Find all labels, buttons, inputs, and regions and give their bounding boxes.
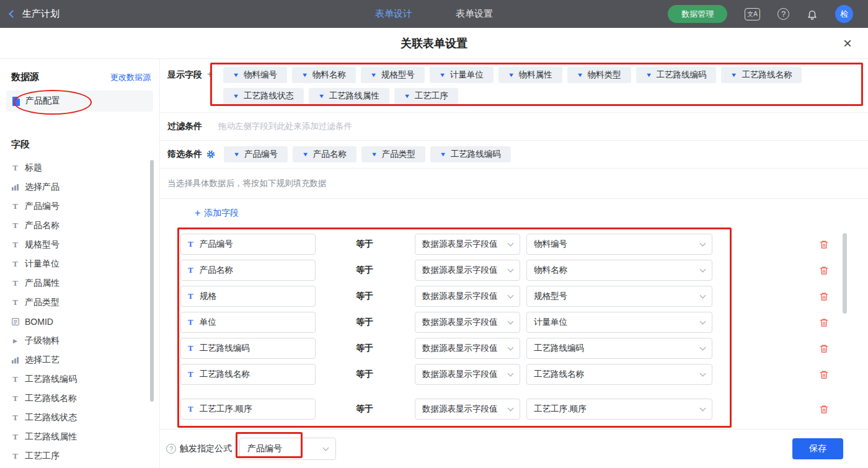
trash-icon[interactable] — [819, 265, 829, 276]
chevron-down-icon — [508, 344, 514, 350]
rule-target-select[interactable]: 工艺路线编码 — [526, 338, 712, 359]
tab-form-design[interactable]: 表单设计 — [375, 8, 412, 20]
rule-source-select[interactable]: 数据源表显示字段值 — [415, 234, 520, 255]
sidebar-field-item[interactable]: T 工艺工序 — [0, 446, 159, 466]
sidebar-field-item[interactable]: T 工艺路线编码 — [0, 369, 159, 389]
rule-field-input[interactable]: T 产品编号 — [180, 234, 316, 255]
avatar[interactable]: 检 — [835, 5, 853, 23]
sidebar-field-item[interactable]: ▶ 子级物料 — [0, 331, 159, 350]
display-field-tag[interactable]: ▼ 物料类型 — [567, 67, 631, 83]
display-field-tag[interactable]: ▼ 物料名称 — [292, 67, 356, 83]
fill-rules-hint: 当选择具体数据后，将按如下规则填充数据 — [167, 178, 327, 189]
screening-field-tag[interactable]: ▼ 工艺路线编码 — [430, 146, 511, 162]
rules-scrollbar[interactable] — [843, 233, 847, 314]
sidebar-field-item[interactable]: T 标题 — [0, 158, 159, 177]
add-display-field-button[interactable]: + — [207, 69, 213, 79]
chevron-down-icon: ▼ — [508, 72, 515, 78]
sidebar-field-label: 计量单位 — [25, 258, 60, 270]
rule-target-select[interactable]: 计量单位 — [526, 312, 712, 333]
screening-field-tag[interactable]: ▼ 产品名称 — [293, 146, 356, 162]
sidebar-field-item[interactable]: BOMID — [0, 312, 159, 331]
footer: ? 触发指定公式 产品编号 保存 — [160, 429, 868, 468]
display-field-tag[interactable]: ▼ 物料编号 — [223, 67, 287, 83]
filter-drop-placeholder[interactable]: 拖动左侧字段到此处来添加过滤条件 — [218, 121, 352, 132]
sidebar-field-item[interactable]: T 产品属性 — [0, 273, 159, 293]
chevron-down-icon: ▼ — [439, 72, 446, 78]
text-field-icon: T — [11, 394, 19, 404]
sidebar-field-item[interactable]: T 工艺路线状态 — [0, 408, 159, 427]
screening-field-tag[interactable]: ▼ 产品类型 — [361, 146, 425, 162]
trash-icon[interactable] — [819, 239, 829, 250]
add-field-button[interactable]: + 添加字段 — [195, 208, 239, 219]
rule-target-select[interactable]: 规格型号 — [526, 286, 712, 307]
tab-form-settings[interactable]: 表单设置 — [456, 8, 493, 20]
display-field-tag[interactable]: ▼ 工艺工序 — [394, 88, 458, 104]
chevron-down-icon: ▼ — [645, 72, 652, 78]
sidebar-field-item[interactable]: T 产品类型 — [0, 293, 159, 312]
save-button[interactable]: 保存 — [792, 438, 843, 459]
sidebar-field-item[interactable]: T 工艺路线属性 — [0, 427, 159, 446]
rule-target-select[interactable]: 物料编号 — [526, 234, 712, 255]
chevron-down-icon: ▼ — [318, 93, 325, 99]
rule-field-input[interactable]: T 工艺路线编码 — [180, 338, 316, 359]
text-field-icon: T — [11, 374, 19, 384]
display-field-tag[interactable]: ▼ 工艺路线属性 — [309, 88, 389, 104]
sidebar-field-item[interactable]: T 规格型号 — [0, 235, 159, 254]
screening-field-tag[interactable]: ▼ 产品编号 — [224, 146, 288, 162]
display-field-tag[interactable]: ▼ 规格型号 — [361, 67, 425, 83]
notifications-bell-icon[interactable] — [807, 9, 818, 20]
screening-conditions-section: 筛选条件 ▼ 产品编号 ▼ 产品名称 ▼ 产品类型 ▼ 工艺路线编码 — [160, 141, 868, 169]
rule-source-select[interactable]: 数据源表显示字段值 — [415, 260, 520, 281]
rule-field-input[interactable]: T 工艺路线名称 — [180, 364, 316, 385]
sidebar-field-label: 标题 — [25, 162, 42, 174]
rule-field-input[interactable]: T 规格 — [180, 286, 316, 307]
sidebar-field-item[interactable]: T 产品编号 — [0, 196, 159, 216]
help-icon[interactable]: ? — [777, 8, 789, 20]
trash-icon[interactable] — [819, 317, 829, 328]
sidebar-scrollbar[interactable] — [150, 160, 154, 402]
sidebar-field-item[interactable]: T 工艺路线名称 — [0, 389, 159, 408]
trash-icon[interactable] — [819, 343, 829, 354]
chevron-down-icon: ▼ — [232, 93, 239, 99]
chevron-down-icon — [700, 266, 706, 272]
translate-icon[interactable]: 文A — [745, 8, 760, 20]
select-field-icon — [11, 183, 19, 191]
rule-field-label: 产品名称 — [200, 265, 233, 276]
rule-target-select[interactable]: 工艺工序.顺序 — [526, 399, 712, 420]
back-button[interactable]: 生产计划 — [10, 8, 60, 20]
text-field-icon: T — [188, 317, 193, 327]
rule-field-input[interactable]: T 单位 — [180, 312, 316, 333]
sidebar-field-item[interactable]: 选择工艺 — [0, 350, 159, 369]
rule-field-input[interactable]: T 工艺工序.顺序 — [180, 399, 316, 420]
chevron-down-icon — [323, 444, 329, 451]
rule-field-input[interactable]: T 产品名称 — [180, 260, 316, 281]
display-field-tag[interactable]: ▼ 工艺路线编码 — [636, 67, 717, 83]
rule-target-select[interactable]: 物料名称 — [526, 260, 712, 281]
rule-target-select[interactable]: 工艺路线名称 — [526, 364, 712, 385]
gear-icon[interactable] — [206, 150, 215, 159]
sidebar-field-item[interactable]: T 计量单位 — [0, 254, 159, 273]
sidebar-field-item[interactable]: 选择产品 — [0, 177, 159, 196]
sidebar-field-item[interactable]: T 产品名称 — [0, 216, 159, 235]
rule-source-select[interactable]: 数据源表显示字段值 — [415, 399, 520, 420]
datasource-item-product-config[interactable]: 产品配置 — [6, 91, 153, 112]
sidebar-field-label: 产品属性 — [25, 278, 60, 289]
display-field-tag[interactable]: ▼ 物料属性 — [498, 67, 562, 83]
change-datasource-link[interactable]: 更改数据源 — [110, 72, 151, 83]
rule-row: T 工艺路线名称 等于 数据源表显示字段值 工艺路线名称 — [180, 364, 868, 385]
rule-source-select[interactable]: 数据源表显示字段值 — [415, 312, 520, 333]
display-field-tag[interactable]: ▼ 计量单位 — [430, 67, 494, 83]
display-field-tag[interactable]: ▼ 工艺路线状态 — [223, 88, 304, 104]
fill-rules-section: + 添加字段 T 产品编号 等于 数据源表显示字段值 物料编号 T 产品名称 等… — [160, 199, 868, 429]
rule-source-select[interactable]: 数据源表显示字段值 — [415, 364, 520, 385]
close-icon[interactable]: × — [843, 36, 852, 51]
trash-icon[interactable] — [819, 291, 829, 302]
trash-icon[interactable] — [819, 369, 829, 380]
data-manage-button[interactable]: 数据管理 — [668, 5, 727, 23]
rule-source-select[interactable]: 数据源表显示字段值 — [415, 286, 520, 307]
trigger-formula-select[interactable]: 产品编号 — [239, 438, 336, 460]
rule-source-select[interactable]: 数据源表显示字段值 — [415, 338, 520, 359]
text-field-icon: T — [11, 221, 19, 231]
trash-icon[interactable] — [819, 404, 829, 415]
display-field-tag[interactable]: ▼ 工艺路线名称 — [721, 67, 802, 83]
